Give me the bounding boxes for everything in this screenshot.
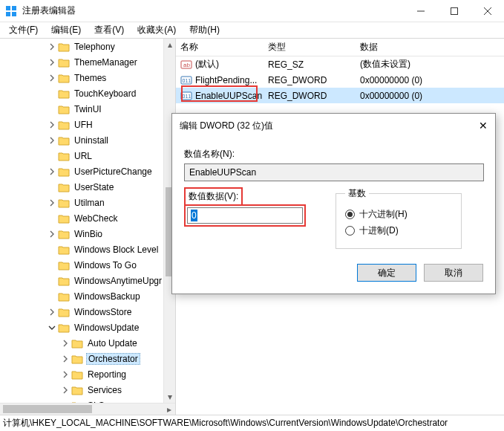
scroll-thumb[interactable] [3,405,92,413]
ok-button[interactable]: 确定 [357,264,416,282]
tree-item[interactable]: Reporting [0,366,163,382]
folder-icon [58,244,70,255]
tree-item-label: WindowsUpdate [73,323,140,333]
dialog-close-button[interactable]: ✕ [479,120,488,132]
radix-hex-option[interactable]: 十六进制(H) [345,208,452,221]
folder-icon [58,229,70,239]
folder-icon [71,354,83,364]
tree-item[interactable]: Orchestrator [0,351,163,366]
tree-item-label: Windows To Go [73,260,138,270]
value-data-input[interactable]: 0 [187,207,303,224]
status-path: 计算机\HKEY_LOCAL_MACHINE\SOFTWARE\Microsof… [3,417,448,430]
cell-name: 011EnableUUPScan [176,90,264,102]
app-icon [5,5,17,17]
window-title: 注册表编辑器 [22,4,404,17]
tree-item[interactable]: Utilman [0,195,163,210]
list-row[interactable]: 011EnableUUPScanREG_DWORD0x00000000 (0) [176,88,504,103]
scroll-down-arrow-icon[interactable]: ▾ [164,391,175,403]
value-data-label: 数值数据(V): [184,187,243,206]
tree-item-label: WindowsBackup [73,291,142,302]
tree-item-label: Telephony [73,42,117,52]
tree-item[interactable]: UserState [0,179,163,195]
folder-icon [71,369,83,380]
chevron-right-icon[interactable] [48,121,56,129]
edit-dword-dialog: 编辑 DWORD (32 位)值 ✕ 数值名称(N): EnableUUPSca… [171,113,496,294]
chevron-right-icon[interactable] [48,230,56,238]
annotation-highlight-box: 0 [184,204,306,227]
close-button[interactable] [471,0,504,22]
chevron-right-icon[interactable] [48,43,56,51]
tree-view[interactable]: TelephonyThemeManagerThemesTouchKeyboard… [0,39,163,403]
col-header-type[interactable]: 类型 [264,41,356,54]
value-name-field: EnableUUPScan [184,163,484,181]
chevron-right-icon[interactable] [61,340,70,347]
menu-edit[interactable]: 编辑(E) [45,22,87,38]
tree-item-label: WinBio [73,229,104,239]
chevron-right-icon[interactable] [48,59,56,66]
maximize-button[interactable] [437,0,471,22]
tree-item[interactable]: UserPictureChange [0,163,163,179]
tree-item[interactable]: TwinUI [0,101,163,117]
tree-item-label: Windows Block Level [73,244,160,255]
tree-item[interactable]: WindowsStore [0,304,163,320]
col-header-name[interactable]: 名称 [176,41,264,54]
cancel-button[interactable]: 取消 [424,264,483,282]
tree-item[interactable]: WindowsAnytimeUpgr [0,273,163,288]
scroll-up-arrow-icon[interactable]: ▴ [164,39,175,51]
list-row[interactable]: ab(默认)REG_SZ(数值未设置) [176,56,504,72]
tree-scrollbar-horizontal[interactable]: ◂ ▸ [0,403,175,415]
svg-rect-1 [12,6,16,10]
chevron-right-icon[interactable] [48,308,56,316]
list-body[interactable]: ab(默认)REG_SZ(数值未设置)011FlightPending...RE… [176,56,504,103]
chevron-right-icon[interactable] [61,386,70,394]
tree-item[interactable]: TouchKeyboard [0,85,163,101]
tree-item[interactable]: WinBio [0,226,163,242]
tree-item[interactable]: Telephony [0,39,163,54]
chevron-right-icon[interactable] [61,355,70,363]
tree-item[interactable]: WindowsUpdate [0,320,163,335]
tree-item[interactable]: Uninstall [0,132,163,148]
tree-item[interactable]: Services [0,382,163,398]
folder-icon [58,323,70,333]
radix-legend: 基数 [345,187,369,200]
chevron-right-icon[interactable] [48,74,56,82]
list-header: 名称 类型 数据 [176,39,504,56]
tree-item[interactable]: URL [0,148,163,163]
tree-item-label: Uninstall [73,135,110,146]
menu-help[interactable]: 帮助(H) [183,22,226,38]
cancel-label: 取消 [445,267,462,279]
tree-item[interactable]: Windows To Go [0,257,163,273]
menu-file[interactable]: 文件(F) [3,22,44,38]
scroll-right-arrow-icon[interactable]: ▸ [163,404,175,415]
tree-item[interactable]: Auto Update [0,335,163,351]
cell-type: REG_DWORD [264,91,356,101]
radix-dec-option[interactable]: 十进制(D) [345,224,452,237]
tree-item[interactable]: Windows Block Level [0,242,163,257]
tree-item[interactable]: WindowsBackup [0,288,163,304]
tree-item[interactable]: Themes [0,70,163,85]
svg-rect-2 [6,12,10,16]
chevron-right-icon[interactable] [48,168,56,175]
dialog-title-bar[interactable]: 编辑 DWORD (32 位)值 ✕ [172,114,495,137]
cell-data: 0x00000000 (0) [356,75,504,85]
col-header-data[interactable]: 数据 [356,41,504,54]
tree-item-label: Auto Update [86,338,139,349]
chevron-right-icon[interactable] [48,199,56,207]
menu-view[interactable]: 查看(V) [88,22,130,38]
tree-item[interactable]: UFH [0,117,163,132]
tree-item[interactable]: WebCheck [0,210,163,226]
chevron-right-icon[interactable] [61,371,70,378]
minimize-button[interactable] [404,0,437,22]
dialog-body: 数值名称(N): EnableUUPScan 数值数据(V): 0 基数 十六进… [172,137,495,294]
tree-item-label: UFH [73,120,94,130]
list-row[interactable]: 011FlightPending...REG_DWORD0x00000000 (… [176,72,504,88]
tree-item[interactable]: ThemeManager [0,54,163,70]
dword-value-icon: 011 [180,90,192,102]
chevron-down-icon[interactable] [48,324,56,331]
chevron-right-icon[interactable] [48,137,56,144]
tree-item-label: Services [86,385,123,395]
menu-favorites[interactable]: 收藏夹(A) [131,22,182,38]
value-data-text: 0 [191,210,197,221]
radix-dec-label: 十进制(D) [359,224,399,237]
tree-item[interactable]: SLS [0,398,163,403]
